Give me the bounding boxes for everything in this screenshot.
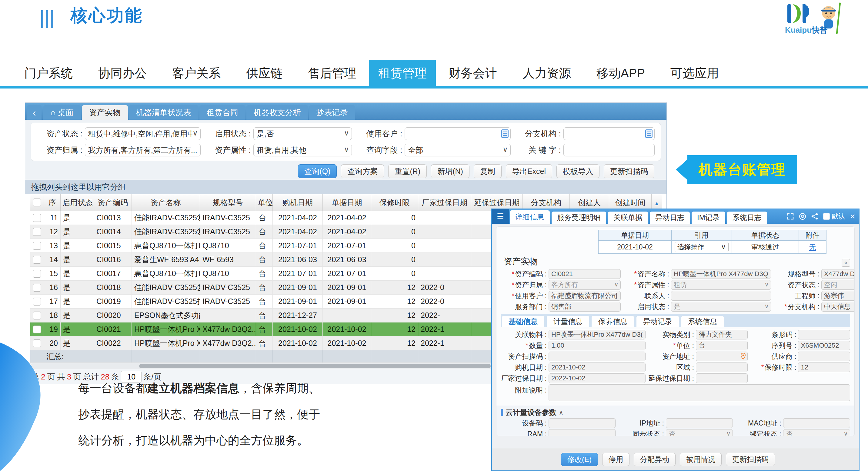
column-header-购机日期[interactable]: 购机日期 <box>273 194 323 211</box>
detail-action-修改(E)[interactable]: 修改(E) <box>561 453 598 466</box>
subtab-系统信息[interactable]: 系统信息 <box>681 316 724 327</box>
detail-tab-系统日志[interactable]: 系统日志 <box>727 212 767 224</box>
row-checkbox-cell[interactable] <box>30 239 44 253</box>
row-checkbox-cell[interactable] <box>30 322 44 337</box>
field-input[interactable] <box>549 418 616 428</box>
row-checkbox[interactable] <box>33 297 41 306</box>
header-checkbox[interactable] <box>33 198 41 207</box>
action-更新扫描码[interactable]: 更新扫描码 <box>604 164 654 178</box>
field-input[interactable] <box>671 291 771 301</box>
detail-tab-关联单据[interactable]: 关联单据 <box>608 212 648 224</box>
action-导出Excel[interactable]: 导出Excel <box>506 164 552 178</box>
hamburger-icon[interactable]: ☰ <box>492 209 509 224</box>
row-checkbox-cell[interactable] <box>30 281 44 294</box>
expand-icon[interactable] <box>787 213 794 220</box>
select-all-header[interactable] <box>30 194 44 211</box>
action-查询(Q)[interactable]: 查询(Q) <box>298 164 337 178</box>
detail-tab-异动日志[interactable]: 异动日志 <box>650 212 690 224</box>
attachment-link[interactable]: 无 <box>809 243 816 251</box>
field-input[interactable]: HP喷墨一体机Pro X477dw D3Q <box>671 269 771 279</box>
scrollbar-thumb[interactable] <box>139 364 491 368</box>
detail-action-更新扫描码[interactable]: 更新扫描码 <box>726 453 775 466</box>
collapse-up-icon[interactable]: « <box>842 259 850 267</box>
location-pin-icon[interactable] <box>740 352 746 361</box>
tab-机器清单状况表[interactable]: 机器清单状况表 <box>129 105 198 120</box>
ref-action-select[interactable]: 选择操作∨ <box>675 242 728 252</box>
field-input[interactable]: 2022-10-02 <box>549 373 646 383</box>
row-checkbox[interactable] <box>33 284 41 291</box>
column-header-单据日期[interactable]: 单据日期 <box>323 194 371 211</box>
field-input[interactable]: 2021-10-02 <box>549 363 646 372</box>
filter-input[interactable] <box>563 144 655 156</box>
remark-textarea[interactable] <box>549 384 850 401</box>
filter-select[interactable]: 租赁,自用,其他∨ <box>253 144 352 156</box>
filter-lookup[interactable] <box>405 127 511 140</box>
im-icon[interactable] <box>799 213 806 220</box>
nav-item-可选应用[interactable]: 可选应用 <box>658 60 732 86</box>
field-input[interactable]: 福建盛辉物流有限公司 <box>549 291 621 301</box>
column-header-厂家过保日期[interactable]: 厂家过保日期 <box>418 194 471 211</box>
row-checkbox[interactable] <box>33 270 41 278</box>
row-checkbox-cell[interactable] <box>30 225 44 239</box>
column-header-资产名称[interactable]: 资产名称 <box>132 194 200 211</box>
row-checkbox-cell[interactable] <box>30 211 44 225</box>
nav-item-人力资源[interactable]: 人力资源 <box>510 60 584 86</box>
row-checkbox[interactable] <box>33 325 41 334</box>
action-复制[interactable]: 复制 <box>474 164 502 178</box>
row-checkbox[interactable] <box>33 256 41 264</box>
filter-select[interactable]: 全部∨ <box>405 144 511 156</box>
filter-select[interactable]: 租赁中,维修中,空闲,停用,使用中∨ <box>85 127 200 140</box>
nav-item-售后管理[interactable]: 售后管理 <box>295 60 369 86</box>
row-checkbox-cell[interactable] <box>30 294 44 309</box>
field-select[interactable]: 是∨ <box>671 302 771 312</box>
filter-input[interactable]: 我方所有,客方所有,第三方所有... <box>85 144 200 156</box>
nav-item-门户系统[interactable]: 门户系统 <box>24 60 86 86</box>
field-select[interactable]: 否∨ <box>783 429 850 436</box>
column-header-单位[interactable]: 单位 <box>256 194 273 211</box>
row-checkbox-cell[interactable] <box>30 337 44 350</box>
row-checkbox[interactable] <box>33 228 41 236</box>
detail-tab-详细信息[interactable]: 详细信息 <box>510 210 550 224</box>
default-checkbox[interactable]: 默认 <box>823 212 845 221</box>
field-input[interactable] <box>783 418 850 428</box>
field-input[interactable] <box>549 352 646 361</box>
column-header-启用状态[interactable]: 启用状态 <box>61 194 94 211</box>
field-input[interactable] <box>696 352 748 361</box>
field-input[interactable]: CI0021 <box>549 269 621 279</box>
field-input[interactable] <box>696 363 748 372</box>
row-checkbox-cell[interactable] <box>30 267 44 281</box>
group-by-bar[interactable]: 拖拽列头到这里以用它分组 <box>25 180 666 194</box>
field-input[interactable] <box>549 429 616 436</box>
detail-action-停用[interactable]: 停用 <box>602 453 629 466</box>
field-input[interactable]: 销售部 <box>549 302 621 312</box>
nav-item-财务会计[interactable]: 财务会计 <box>436 60 510 86</box>
subtab-保养信息[interactable]: 保养信息 <box>592 316 634 327</box>
row-checkbox[interactable] <box>33 312 41 319</box>
field-input[interactable] <box>798 330 850 340</box>
checkbox-icon[interactable] <box>823 213 830 220</box>
tab-抄表记录[interactable]: 抄表记录 <box>309 105 355 120</box>
tab-桌面[interactable]: ⌂桌面 <box>43 105 81 120</box>
nav-item-供应链[interactable]: 供应链 <box>234 60 295 86</box>
nav-item-协同办公[interactable]: 协同办公 <box>86 60 159 86</box>
field-input[interactable]: X6SMO0252 <box>798 341 850 350</box>
tab-机器收支分析[interactable]: 机器收支分析 <box>246 105 308 120</box>
action-模板导入[interactable]: 模板导入 <box>556 164 599 178</box>
field-select[interactable]: 否∨ <box>666 429 733 436</box>
share-icon[interactable] <box>811 213 818 220</box>
field-input[interactable]: X477dw D3Q20D <box>821 269 855 279</box>
subtab-基础信息[interactable]: 基础信息 <box>502 316 544 327</box>
detail-action-被用情况[interactable]: 被用情况 <box>680 453 722 466</box>
action-重置(R)[interactable]: 重置(R) <box>388 164 427 178</box>
subtab-计量信息[interactable]: 计量信息 <box>547 316 589 327</box>
back-button[interactable]: ‹ <box>27 105 41 120</box>
subtab-异动记录[interactable]: 异动记录 <box>637 316 679 327</box>
field-input[interactable]: 得力文件夹 <box>696 330 748 340</box>
nav-item-客户关系[interactable]: 客户关系 <box>159 60 234 86</box>
cloud-section-header[interactable]: 云计量设备参数 ∧ <box>501 407 850 418</box>
close-icon[interactable]: × <box>850 211 855 222</box>
filter-select[interactable]: 是,否∨ <box>253 127 352 140</box>
detail-tab-IM记录[interactable]: IM记录 <box>692 212 725 224</box>
row-checkbox[interactable] <box>33 214 41 222</box>
detail-action-分配异动[interactable]: 分配异动 <box>634 453 676 466</box>
